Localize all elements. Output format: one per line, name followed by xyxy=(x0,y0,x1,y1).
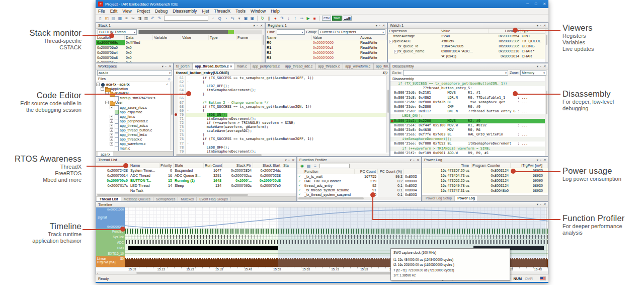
panel-float-icon[interactable]: ▫ xyxy=(257,24,258,28)
menu-item[interactable]: View xyxy=(120,9,134,14)
registers-panel-header[interactable]: Registers 1 ▾▫✕ xyxy=(266,23,387,29)
toolbar-search-input[interactable] xyxy=(164,16,208,21)
toolbar-icon[interactable]: ▤ xyxy=(110,15,117,21)
watch-row[interactable]: -tx_queue_name0x800'3014 "ADC...0x2000'2… xyxy=(388,49,548,54)
scrollbar[interactable] xyxy=(386,76,389,153)
disassembly-line[interactable]: 0x800'25ee: 0xf000 0xfb52 BL itmSemaphor… xyxy=(390,141,548,146)
toolbar-icon[interactable]: ↷ xyxy=(156,15,163,21)
menu-item[interactable]: Disassembly xyxy=(170,9,199,14)
rtos-view-tab[interactable]: Thread List xyxy=(97,197,121,201)
menu-item[interactable]: Help xyxy=(268,9,282,14)
toolbar-icon[interactable]: ↶ xyxy=(149,15,156,21)
thread-row[interactable]: 0x2000'017cLED Thread14Sleep1340x2000'09… xyxy=(96,183,296,188)
debug-toolbar-icon[interactable]: ■ xyxy=(311,15,318,21)
checkbox-icon[interactable]: ✓ xyxy=(297,183,303,188)
tree-item[interactable]: app_cspy.mac xyxy=(96,110,173,114)
code-line[interactable]: 76 if (TX_SUCCESS == tx_semaphore_get(&s… xyxy=(174,137,389,141)
panel-float-icon[interactable]: ▫ xyxy=(540,158,541,162)
code-line[interactable]: 78 LED8_OFF(); xyxy=(174,146,389,150)
breakpoint-gutter[interactable] xyxy=(174,88,178,92)
toolbar-nav-icon[interactable]: ⇆ xyxy=(229,15,236,21)
code-line[interactable]: 63 LED7_OFF(); xyxy=(174,84,389,88)
toolbar-icon[interactable]: ▯ xyxy=(97,15,104,21)
panel-menu-icon[interactable]: ▾ xyxy=(536,24,538,28)
panel-close-icon[interactable]: ✕ xyxy=(260,24,263,28)
panel-close-icon[interactable]: ✕ xyxy=(382,24,385,28)
breakpoint-gutter[interactable] xyxy=(174,101,178,105)
power-log-row[interactable]: 16s 473649.78 us0x800312468930 xyxy=(422,183,548,188)
workspace-tab[interactable]: aca-tx xyxy=(98,152,113,157)
watch-row[interactable]: -queueADC<struct>0x2000'230cTX_QUEUE xyxy=(388,39,548,44)
power-log-tab[interactable]: Power Log xyxy=(455,196,478,201)
register-row[interactable]: R10x2000'00c8ReadWrite xyxy=(266,45,387,50)
breakpoint-gutter[interactable] xyxy=(390,123,394,128)
tree-expander-icon[interactable]: - xyxy=(389,40,392,43)
tree-expander-icon[interactable]: + xyxy=(110,128,113,132)
code-line[interactable]: 71 itmSemaphoreDecrement(); xyxy=(174,117,389,121)
tree-item[interactable]: + app_thread_led.c xyxy=(96,132,173,137)
profiler-filter-input[interactable] xyxy=(319,164,350,168)
fold-icon[interactable] xyxy=(186,84,190,88)
editor-tab[interactable]: app_thread_button.c✕ xyxy=(193,63,234,69)
disassembly-line[interactable]: 0x800'25f2: 0xf109 0x0901 ADD.W R9, R9, … xyxy=(390,151,548,156)
rtos-view-tab[interactable]: Event Flag Groups xyxy=(197,197,231,201)
tree-item[interactable]: - User xyxy=(96,100,173,105)
panel-menu-icon[interactable]: ▾ xyxy=(253,24,255,28)
debug-toolbar-icon[interactable]: ⇒ xyxy=(298,15,305,21)
toolbar-nav-icon[interactable]: ▣ xyxy=(249,15,256,21)
breakpoint-gutter[interactable] xyxy=(390,137,394,141)
panel-close-icon[interactable]: ✕ xyxy=(543,64,546,68)
tree-expander-icon[interactable] xyxy=(400,55,404,58)
toolbar-nav-icon[interactable]: › xyxy=(223,15,229,21)
watch-panel-header[interactable]: Watch 1 ▾▫✕ xyxy=(388,23,548,29)
profiler-row[interactable]: ✓_tx_ts_wait16775599.30x8003 xyxy=(297,174,421,179)
fold-icon[interactable] xyxy=(186,96,190,100)
checkbox-icon[interactable]: ✓ xyxy=(297,188,303,192)
panel-float-icon[interactable]: ▫ xyxy=(540,64,541,68)
breakpoint-gutter[interactable] xyxy=(174,141,178,146)
fold-icon[interactable] xyxy=(186,137,190,141)
fold-icon[interactable]: - xyxy=(186,109,190,113)
toolbar-chip-button[interactable]: SWO xyxy=(332,16,342,21)
tree-item[interactable]: startup_stm32f429xx.s xyxy=(96,96,173,100)
toolbar-chip-button[interactable]: ▂▄▆ xyxy=(343,16,352,21)
tree-expander-icon[interactable] xyxy=(110,96,113,100)
tree-item[interactable]: + app_itm.c xyxy=(96,114,173,119)
column-header[interactable]: Name xyxy=(129,163,159,168)
debug-toolbar-icon[interactable]: ↻ xyxy=(259,15,266,21)
toolbar-icon[interactable]: ▦ xyxy=(117,15,123,21)
window-control-button[interactable]: ─ xyxy=(526,2,529,6)
breakpoint-gutter[interactable] xyxy=(174,80,178,84)
breakpoint-gutter[interactable] xyxy=(174,150,178,154)
breakpoint-gutter[interactable] xyxy=(390,91,394,95)
register-row[interactable]: R00x0000'0000ReadWrite xyxy=(266,40,387,45)
stack-row[interactable]: 0x2000'069c0xffff'ffed xyxy=(96,40,265,45)
register-group-select[interactable]: Current CPU Registers▾ xyxy=(318,29,385,35)
toolbar-nav-icon[interactable]: Q xyxy=(216,15,223,21)
breakpoint-gutter[interactable] xyxy=(390,147,394,151)
column-header[interactable]: Data xyxy=(125,35,153,40)
breakpoint-gutter[interactable] xyxy=(390,141,394,146)
tree-expander-icon[interactable] xyxy=(110,110,113,114)
toolbar-icon[interactable]: ◨ xyxy=(136,15,143,21)
function-breadcrumb[interactable]: thread_button_entry(ULONG) xyxy=(176,70,229,75)
panel-menu-icon[interactable]: ▾ xyxy=(536,64,538,68)
power-log-panel-header[interactable]: Power Log ▾▫✕ xyxy=(422,157,548,163)
tree-item[interactable]: + app_threadx.c xyxy=(96,137,173,141)
disassembly-line[interactable]: if (TX_SUCCESS == tx_semaphore_get(&semB… xyxy=(390,82,548,86)
code-line[interactable]: 62 - { xyxy=(174,80,389,84)
tree-expander-icon[interactable]: - xyxy=(105,101,109,104)
code-line[interactable]: 70 LED8_ON(); xyxy=(174,113,389,117)
editor-tab[interactable]: tx_port.h xyxy=(174,63,193,69)
scroll-left-icon[interactable]: ‹ xyxy=(97,271,98,274)
panel-close-icon[interactable]: ✕ xyxy=(543,202,546,206)
profiler-toolbar-icon[interactable]: ▤ xyxy=(305,163,312,169)
code-line[interactable]: 64 itmSemaphoreDecrement(); xyxy=(174,88,389,92)
rtos-view-tab[interactable]: Mutexes xyxy=(178,197,197,201)
breakpoint-gutter[interactable] xyxy=(390,114,394,118)
menu-item[interactable]: Tools xyxy=(233,9,248,14)
debug-toolbar-icon[interactable]: ↷ xyxy=(279,15,285,21)
checkbox-icon[interactable]: ✓ xyxy=(297,192,303,197)
fold-icon[interactable] xyxy=(186,133,190,137)
rtos-view-tab[interactable]: Semaphores xyxy=(153,197,179,201)
